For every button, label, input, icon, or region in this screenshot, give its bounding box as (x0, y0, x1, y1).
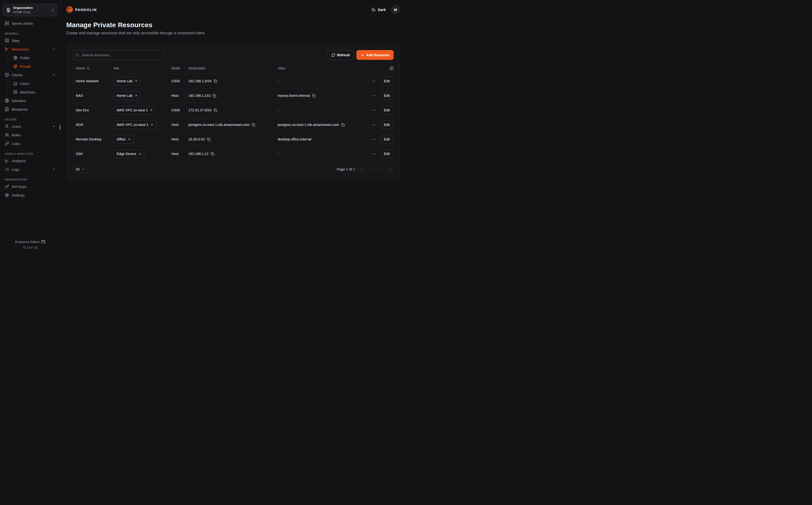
globe-lock-icon (13, 64, 17, 68)
globe-icon (5, 99, 9, 103)
chevron-down-icon (82, 168, 84, 171)
arrow-up-right-icon (135, 94, 138, 97)
avatar[interactable]: M (391, 5, 400, 14)
arrow-up-right-icon (150, 109, 153, 112)
resource-destination: 10.30.0.53 (188, 137, 205, 141)
resource-name: NAS (76, 94, 113, 98)
column-header-destination: Destination (188, 66, 278, 70)
org-selector[interactable]: Organization ACME Corp. (3, 4, 57, 16)
link-icon (5, 141, 9, 146)
sidebar-item-public[interactable]: Public (8, 53, 57, 62)
table-row: NAS Home Lab Host 192.168.1.210 mynas.ho… (73, 89, 394, 103)
section-label-organization: ORGANIZATION (5, 178, 55, 181)
resources-card: Refresh Add Resource Name (66, 44, 400, 180)
row-menu-icon[interactable] (372, 152, 376, 156)
copy-icon[interactable] (341, 123, 345, 127)
sidebar: Organization ACME Corp. Server Admin GEN… (0, 0, 60, 252)
row-menu-icon[interactable] (372, 79, 376, 83)
table-header-row: Name Site Mode Destination Alias (73, 63, 394, 74)
last-page-button[interactable] (387, 166, 394, 173)
sort-arrows-icon (87, 67, 90, 70)
sidebar-scrollbar-thumb[interactable] (60, 125, 60, 130)
sidebar-item-logs[interactable]: Logs (3, 165, 57, 174)
site-link-button[interactable]: Home Lab (113, 91, 141, 100)
resource-name: Remote Desktop (76, 137, 113, 141)
copy-icon[interactable] (211, 152, 214, 156)
row-menu-icon[interactable] (372, 123, 376, 127)
row-menu-icon[interactable] (372, 108, 376, 112)
edit-button[interactable]: Edit (380, 121, 394, 129)
column-header-alias: Alias (278, 66, 362, 70)
site-link-button[interactable]: Office (113, 135, 134, 144)
theme-toggle[interactable]: Dark (371, 7, 386, 12)
sidebar-item-private[interactable]: Private (8, 62, 57, 70)
sidebar-item-links[interactable]: Links (3, 139, 57, 148)
site-link-button[interactable]: Home Lab (113, 77, 141, 86)
resource-mode: CIDR (171, 108, 188, 112)
copy-icon[interactable] (312, 94, 316, 98)
row-menu-icon[interactable] (372, 137, 376, 141)
resource-alias: postgres.us-east-1.rds.amazonaws.com (278, 123, 339, 127)
column-header-site: Site (113, 66, 171, 70)
plus-icon (361, 53, 364, 57)
sidebar-item-machines[interactable]: Machines (8, 88, 57, 96)
add-resource-button[interactable]: Add Resource (356, 50, 394, 60)
sidebar-item-roles[interactable]: Roles (3, 131, 57, 139)
copy-icon[interactable] (252, 123, 255, 127)
chevron-down-icon (52, 125, 55, 128)
pangolin-logo-icon (66, 6, 73, 13)
external-link-icon[interactable] (34, 246, 37, 249)
chevrons-right-icon (389, 168, 392, 171)
sidebar-item-settings[interactable]: Settings (3, 191, 57, 199)
laptop-icon (13, 81, 17, 86)
sidebar-item-domains[interactable]: Domains (3, 96, 57, 105)
site-link-button[interactable]: AWS VPC us-east-1 (113, 106, 156, 115)
copy-icon[interactable] (214, 109, 217, 112)
clients-subnav: Users Machines (8, 79, 57, 96)
resources-subnav: Public Private (8, 53, 57, 70)
chevron-up-icon (52, 73, 55, 76)
copy-icon[interactable] (207, 138, 210, 141)
chevrons-up-down-icon (51, 8, 54, 12)
share-nodes-icon (5, 47, 9, 51)
first-page-button[interactable] (359, 166, 366, 173)
row-menu-icon[interactable] (372, 94, 376, 98)
edit-button[interactable]: Edit (380, 106, 394, 115)
resources-table: Name Site Mode Destination Alias (73, 63, 394, 161)
column-header-name[interactable]: Name (76, 66, 113, 70)
resource-alias: mynas.home.internal (278, 94, 310, 98)
edit-button[interactable]: Edit (380, 91, 394, 100)
copy-icon[interactable] (214, 79, 217, 83)
next-page-button[interactable] (377, 166, 384, 173)
sidebar-item-clients[interactable]: Clients (3, 70, 57, 79)
columns-icon[interactable] (390, 66, 394, 70)
sidebar-footer: Enterprise Edition v1.13.0 (3, 240, 57, 249)
edit-button[interactable]: Edit (380, 135, 394, 144)
brand[interactable]: PANGOLIN (66, 6, 97, 13)
refresh-button[interactable]: Refresh (327, 50, 354, 60)
sidebar-item-sites[interactable]: Sites (3, 36, 57, 45)
column-header-mode: Mode (171, 66, 188, 70)
copy-icon[interactable] (213, 94, 216, 98)
theme-label: Dark (378, 8, 386, 12)
edit-button[interactable]: Edit (380, 150, 394, 158)
sidebar-item-users[interactable]: Users (3, 122, 57, 131)
page-size-select[interactable]: 20 (73, 165, 88, 173)
sidebar-item-resources[interactable]: Resources (3, 45, 57, 53)
sidebar-item-client-users[interactable]: Users (8, 79, 57, 88)
github-icon[interactable] (41, 240, 45, 244)
resource-destination: postgres.us-east-1.rds.amazonaws.com (188, 123, 250, 127)
receipt-icon (5, 107, 9, 111)
site-link-button[interactable]: AWS VPC us-west-1 (113, 121, 157, 129)
search-input[interactable] (73, 50, 165, 60)
site-link-button[interactable]: Edge Device (113, 150, 145, 158)
sidebar-item-api-keys[interactable]: API Keys (3, 182, 57, 191)
search-wrap (73, 50, 165, 60)
sidebar-item-analytics[interactable]: Analytics (3, 156, 57, 165)
prev-page-button[interactable] (368, 166, 375, 173)
sidebar-item-server-admin[interactable]: Server Admin (3, 19, 57, 28)
resource-mode: CIDR (171, 79, 188, 83)
sidebar-item-blueprints[interactable]: Blueprints (3, 105, 57, 114)
edit-button[interactable]: Edit (380, 77, 394, 86)
section-label-access: ACCESS (5, 118, 55, 121)
